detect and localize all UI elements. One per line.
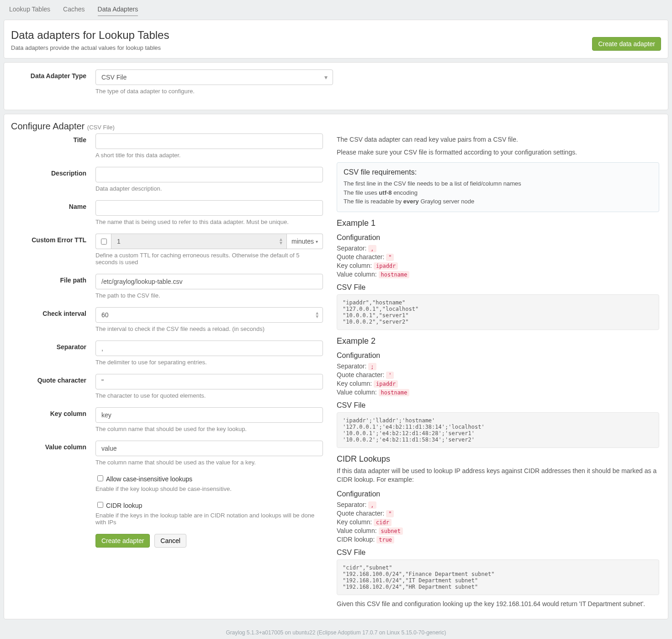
requirements-title: CSV file requirements:: [344, 168, 652, 176]
help-check-interval: The interval to check if the CSV file ne…: [95, 325, 323, 332]
filepath-input[interactable]: [95, 274, 323, 289]
example-1-heading: Example 1: [337, 218, 659, 228]
help-name: The name that is being used to refer to …: [95, 218, 323, 225]
config-cidrlookup: CIDR lookup: true: [337, 536, 659, 543]
cancel-button[interactable]: Cancel: [154, 534, 186, 548]
configure-heading: Configure Adapter (CSV File): [11, 121, 661, 132]
help-valcol: The column name that should be used as t…: [95, 459, 323, 466]
label-quote: Quote character: [11, 374, 95, 399]
help-adapter-type: The type of data adapter to configure.: [95, 88, 333, 95]
ci-checkbox[interactable]: [97, 475, 103, 481]
name-input[interactable]: [95, 200, 323, 216]
requirement-item: The file uses utf-8 encoding: [344, 188, 652, 197]
config-subheading: Configuration: [337, 234, 659, 242]
csvfile-subheading: CSV File: [337, 401, 659, 410]
doc-intro-2: Please make sure your CSV file is format…: [337, 148, 659, 157]
ci-checkbox-label[interactable]: Allow case-insensitive lookups: [95, 475, 192, 483]
help-title: A short title for this data adapter.: [95, 152, 323, 159]
tab-caches[interactable]: Caches: [63, 3, 85, 16]
requirement-item: The file is readable by every Graylog se…: [344, 197, 652, 206]
config-quote: Quote character: ": [337, 510, 659, 517]
label-check-interval: Check interval: [11, 307, 95, 332]
config-keycol: Key column: ipaddr: [337, 262, 659, 269]
help-quote: The character to use for quoted elements…: [95, 392, 323, 399]
label-filepath: File path: [11, 274, 95, 299]
config-separator: Separator: ,: [337, 245, 659, 252]
example-1-csv: "ipaddr","hostname" "127.0.0.1","localho…: [337, 294, 659, 330]
csvfile-subheading: CSV File: [337, 283, 659, 292]
cidr-intro: If this data adapter will be used to loo…: [337, 467, 659, 485]
keycol-input[interactable]: [95, 407, 323, 423]
quote-input[interactable]: [95, 374, 323, 389]
tab-lookup-tables[interactable]: Lookup Tables: [9, 3, 50, 16]
config-separator: Separator: ,: [337, 501, 659, 508]
label-description: Description: [11, 167, 95, 192]
separator-input[interactable]: [95, 341, 323, 356]
label-name: Name: [11, 200, 95, 225]
label-valcol: Value column: [11, 441, 95, 466]
page-title: Data adapters for Lookup Tables: [11, 29, 169, 42]
help-filepath: The path to the CSV file.: [95, 292, 323, 299]
config-separator: Separator: ;: [337, 362, 659, 370]
example-2-heading: Example 2: [337, 336, 659, 346]
config-valcol: Value column: hostname: [337, 389, 659, 396]
description-input[interactable]: [95, 167, 323, 182]
config-keycol: Key column: cidr: [337, 518, 659, 526]
config-subheading: Configuration: [337, 490, 659, 498]
cidr-result: Given this CSV file and configuration lo…: [337, 600, 659, 609]
title-input[interactable]: [95, 133, 323, 149]
chevron-down-icon: ▾: [316, 239, 318, 244]
label-adapter-type: Data Adapter Type: [11, 69, 95, 95]
label-separator: Separator: [11, 341, 95, 366]
tab-data-adapters[interactable]: Data Adapters: [98, 3, 138, 16]
config-subheading: Configuration: [337, 351, 659, 360]
config-quote: Quote character: ": [337, 253, 659, 261]
config-valcol: Value column: hostname: [337, 271, 659, 278]
config-keycol: Key column: ipaddr: [337, 380, 659, 387]
ttl-enable-checkbox[interactable]: [101, 239, 107, 245]
valcol-input[interactable]: [95, 441, 323, 456]
nav-tabs: Lookup Tables Caches Data Adapters: [4, 3, 668, 16]
ttl-unit-select[interactable]: minutes▾: [287, 234, 323, 249]
ttl-value-input: [111, 234, 287, 249]
cidr-checkbox-label[interactable]: CIDR lookup: [95, 502, 142, 509]
help-keycol: The column name that should be used for …: [95, 426, 323, 432]
csvfile-subheading: CSV File: [337, 548, 659, 557]
config-valcol: Value column: subnet: [337, 527, 659, 534]
help-separator: The delimiter to use for separating entr…: [95, 359, 323, 366]
requirement-item: The first line in the CSV file needs to …: [344, 179, 652, 188]
example-2-csv: 'ipaddr';'lladdr';'hostname' '127.0.0.1'…: [337, 412, 659, 448]
help-ci: Enable if the key lookup should be case-…: [95, 485, 323, 492]
cidr-csv: "cidr","subnet" "192.168.100.0/24","Fina…: [337, 559, 659, 595]
label-ttl: Custom Error TTL: [11, 234, 95, 266]
cidr-heading: CIDR Lookups: [337, 454, 659, 464]
page-subtitle: Data adapters provide the actual values …: [11, 44, 169, 51]
label-keycol: Key column: [11, 407, 95, 432]
label-title: Title: [11, 133, 95, 159]
help-description: Data adapter description.: [95, 185, 323, 192]
cidr-checkbox[interactable]: [97, 502, 103, 508]
config-quote: Quote character: ': [337, 371, 659, 378]
create-data-adapter-button[interactable]: Create data adapter: [592, 37, 661, 51]
footer-version: Graylog 5.1.3+a017005 on ubuntu22 (Eclip…: [4, 623, 668, 639]
requirements-well: CSV file requirements: The first line in…: [337, 162, 659, 212]
help-cidr: Enable if the keys in the lookup table a…: [95, 512, 323, 526]
doc-intro-1: The CSV data adapter can read key value …: [337, 135, 659, 144]
help-ttl: Define a custom TTL for caching erroneou…: [95, 252, 323, 266]
adapter-type-select[interactable]: [95, 69, 333, 85]
create-adapter-button[interactable]: Create adapter: [95, 534, 150, 548]
check-interval-input[interactable]: [95, 307, 323, 323]
